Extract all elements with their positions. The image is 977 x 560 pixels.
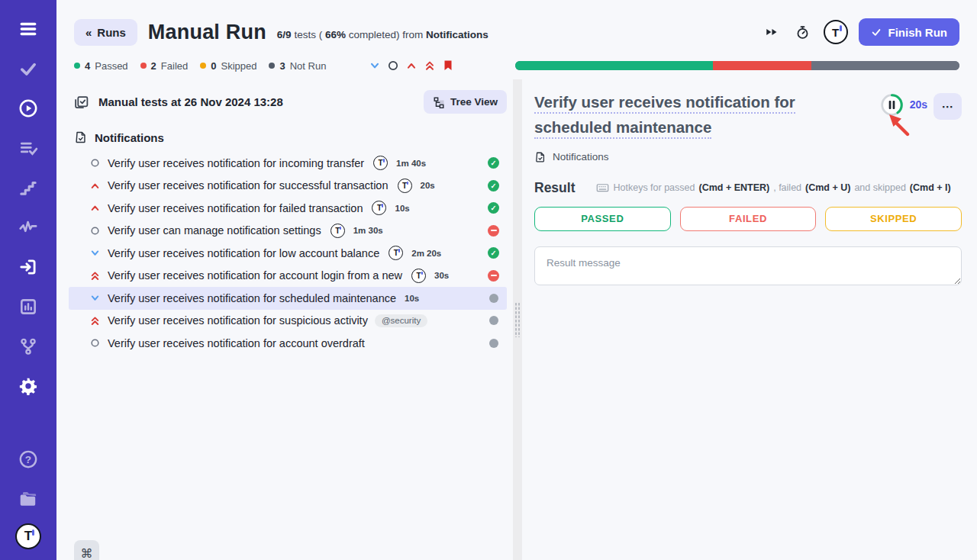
file-check-icon <box>534 151 547 163</box>
steps-nav-icon[interactable] <box>13 172 44 203</box>
panel-resize-handle[interactable] <box>513 79 522 560</box>
tests-panel: Manual tests at 26 Nov 2024 13:28 Tree V… <box>56 79 513 560</box>
run-header: Manual tests at 26 Nov 2024 13:28 Tree V… <box>69 89 507 124</box>
tree-view-button[interactable]: Tree View <box>424 90 507 114</box>
test-detail-title[interactable]: Verify user receives notification for sc… <box>534 90 870 140</box>
failed-dot <box>140 63 147 69</box>
tree-view-label: Tree View <box>450 96 498 108</box>
check-icon <box>871 27 882 37</box>
test-row[interactable]: Verify user receives notification for fa… <box>69 197 507 220</box>
testomat-logo-icon: T <box>331 224 345 238</box>
breadcrumb-label: Notifications <box>553 151 609 163</box>
failed-count: 2Failed <box>140 60 189 72</box>
status-badge <box>488 180 499 191</box>
import-nav-icon[interactable] <box>13 252 44 282</box>
status-badge <box>488 225 499 237</box>
checks-nav-icon[interactable] <box>13 53 44 84</box>
activity-nav-icon[interactable] <box>13 212 44 243</box>
priority-critical-bookmark-icon[interactable] <box>442 60 454 72</box>
priority-filters <box>369 60 454 72</box>
projects-folder-icon[interactable] <box>13 484 44 514</box>
page-title: Manual Run <box>148 21 266 44</box>
command-shortcut-button[interactable]: ⌘ <box>74 540 99 560</box>
priority-icon <box>89 225 101 237</box>
double-chevron-left-icon: « <box>85 26 92 39</box>
test-title: Verify user receives notification for in… <box>108 157 364 169</box>
status-badge <box>489 339 498 348</box>
status-badge <box>489 316 498 325</box>
skipped-button[interactable]: SKIPPED <box>825 207 962 231</box>
more-options-button[interactable]: ⋯ <box>933 93 962 120</box>
testomat-logo[interactable]: T <box>15 523 41 549</box>
priority-icon <box>89 247 101 259</box>
analytics-nav-icon[interactable] <box>13 291 44 322</box>
run-title: Manual tests at 26 Nov 2024 13:28 <box>98 95 283 108</box>
detail-breadcrumb[interactable]: Notifications <box>534 151 962 163</box>
settings-gear-icon[interactable] <box>13 371 44 401</box>
test-row[interactable]: Verify user receives notification for lo… <box>69 242 507 265</box>
testomat-header-logo[interactable]: T <box>824 20 848 44</box>
suite-folder[interactable]: Notifications <box>69 124 507 152</box>
status-row: 4Passed 2Failed 0Skipped 3Not Run <box>56 53 977 79</box>
sidebar: T <box>0 0 56 560</box>
test-detail-panel: Verify user receives notification for sc… <box>522 79 977 560</box>
notrun-count: 3Not Run <box>269 60 326 72</box>
stopwatch-icon[interactable] <box>792 22 813 43</box>
progress-notrun <box>811 61 959 70</box>
test-title: Verify user can manage notification sett… <box>108 224 321 237</box>
finish-run-button[interactable]: Finish Run <box>859 18 960 46</box>
menu-icon[interactable] <box>13 14 44 44</box>
status-badge <box>488 157 499 169</box>
failed-button[interactable]: FAILED <box>680 207 817 231</box>
priority-normal-icon[interactable] <box>387 60 399 72</box>
fast-forward-icon[interactable] <box>762 22 782 42</box>
runs-nav-icon[interactable] <box>13 93 44 124</box>
source-suite: Notifications <box>426 29 488 40</box>
test-row[interactable]: Verify user can manage notification sett… <box>69 220 507 243</box>
timer-cluster: 20s ⋯ <box>880 90 962 120</box>
test-row[interactable]: Verify user receives notification for sc… <box>69 287 507 310</box>
test-row[interactable]: Verify user receives notification for ac… <box>69 265 507 288</box>
test-row[interactable]: Verify user receives notification for in… <box>69 152 507 175</box>
help-icon[interactable] <box>13 444 44 475</box>
test-row[interactable]: Verify user receives notification for su… <box>69 310 507 333</box>
priority-low-icon[interactable] <box>369 60 381 72</box>
priority-icon <box>89 315 101 327</box>
progress-failed <box>713 61 811 70</box>
verdict-buttons: PASSED FAILED SKIPPED <box>534 207 962 231</box>
passed-count: 4Passed <box>74 60 128 72</box>
status-badge <box>488 270 499 282</box>
run-progress-bar <box>515 61 959 70</box>
test-row[interactable]: Verify user receives notification for su… <box>69 175 507 198</box>
branch-nav-icon[interactable] <box>13 331 44 362</box>
pause-timer-button[interactable] <box>880 93 904 117</box>
priority-important-icon[interactable] <box>424 60 436 72</box>
hotkeys-hint: Hotkeys for passed (Cmd + ENTER) , faile… <box>596 182 950 193</box>
test-row[interactable]: Verify user receives notification for ac… <box>69 332 507 355</box>
ellipsis-icon: ⋯ <box>942 100 954 113</box>
back-to-runs-button[interactable]: « Runs <box>74 19 137 46</box>
tests-fraction: 6/9 <box>277 29 292 40</box>
app-root: T « Runs Manual Run 6/9 tests ( 66% comp… <box>0 0 977 560</box>
tree-icon <box>433 96 445 108</box>
passed-dot <box>74 63 80 69</box>
test-title: Verify user receives notification for fa… <box>108 202 363 214</box>
test-title: Verify user receives notification for su… <box>108 179 389 191</box>
run-summary: 6/9 tests ( 66% completed) from Notifica… <box>277 29 488 40</box>
result-message-input[interactable] <box>534 246 962 285</box>
test-duration: 10s <box>405 294 419 303</box>
command-icon: ⌘ <box>81 547 93 560</box>
test-tag: @security <box>375 314 427 327</box>
status-badge <box>488 202 499 214</box>
grip-dots-icon <box>514 302 521 337</box>
test-duration: 1m 30s <box>353 226 383 235</box>
priority-high-icon[interactable] <box>405 60 418 72</box>
plans-nav-icon[interactable] <box>13 133 44 163</box>
file-check-icon <box>74 130 88 144</box>
status-badge <box>488 247 499 259</box>
suite-folder-label: Notifications <box>95 131 164 144</box>
finish-run-label: Finish Run <box>888 26 948 39</box>
skipped-count: 0Skipped <box>200 60 256 72</box>
passed-button[interactable]: PASSED <box>534 207 671 231</box>
keyboard-icon <box>596 182 609 193</box>
